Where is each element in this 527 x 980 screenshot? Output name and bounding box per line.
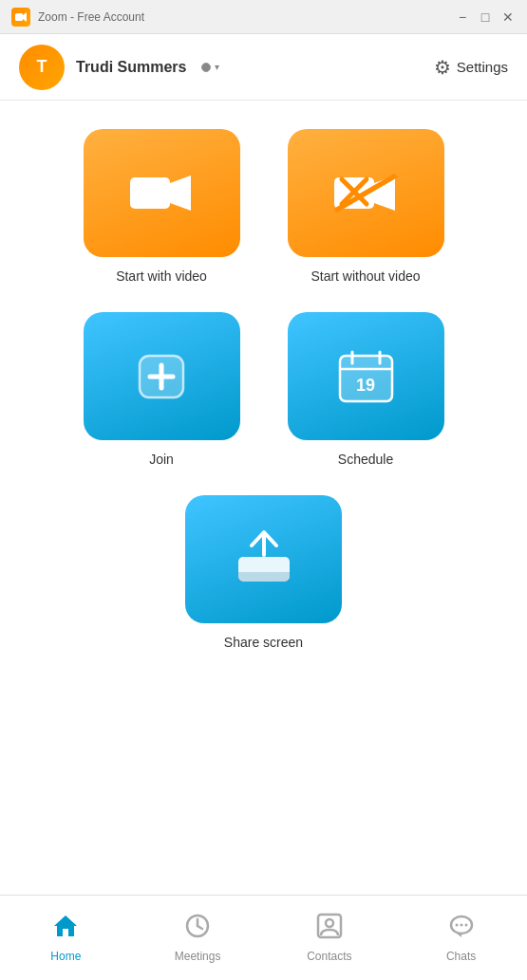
buttons-grid: Start with video Start without video <box>84 129 444 467</box>
main-content: Start with video Start without video <box>0 101 527 895</box>
nav-chats-label: Chats <box>446 950 476 963</box>
svg-point-26 <box>326 919 333 927</box>
nav-item-home[interactable]: Home <box>0 905 132 971</box>
avatar: T <box>19 45 65 90</box>
svg-text:19: 19 <box>355 376 374 395</box>
svg-point-29 <box>460 924 462 927</box>
start-with-video-item[interactable]: Start with video <box>84 129 240 284</box>
start-without-video-button[interactable] <box>288 129 444 257</box>
start-without-video-item[interactable]: Start without video <box>288 129 444 284</box>
join-button[interactable] <box>84 312 240 440</box>
title-bar-text: Zoom - Free Account <box>38 10 144 24</box>
schedule-button[interactable]: 19 <box>288 312 444 440</box>
schedule-item[interactable]: 19 Schedule <box>288 312 444 467</box>
svg-rect-2 <box>130 177 170 209</box>
video-off-icon <box>332 172 399 214</box>
bottom-nav: Home Meetings Contacts <box>0 895 527 980</box>
title-bar-left: Zoom - Free Account <box>11 8 144 27</box>
join-plus-icon <box>128 348 195 405</box>
svg-rect-20 <box>238 572 290 582</box>
status-indicator[interactable]: ▾ <box>201 62 219 72</box>
close-button[interactable]: ✕ <box>500 9 516 25</box>
meetings-icon <box>184 913 211 946</box>
svg-rect-0 <box>15 13 23 21</box>
share-screen-row: Share screen <box>185 495 342 650</box>
settings-label: Settings <box>457 59 508 75</box>
maximize-button[interactable]: □ <box>478 9 493 25</box>
status-dot <box>201 63 211 72</box>
start-with-video-button[interactable] <box>84 129 240 257</box>
svg-point-30 <box>464 924 467 927</box>
nav-meetings-label: Meetings <box>175 950 221 963</box>
calendar-icon: 19 <box>335 348 397 405</box>
svg-marker-21 <box>54 915 77 936</box>
title-bar-controls[interactable]: − □ ✕ <box>455 9 516 25</box>
start-with-video-label: Start with video <box>116 268 207 284</box>
nav-item-meetings[interactable]: Meetings <box>132 905 264 971</box>
settings-button[interactable]: ⚙ Settings <box>434 56 508 79</box>
nav-item-chats[interactable]: Chats <box>395 905 527 971</box>
minimize-button[interactable]: − <box>455 9 470 25</box>
nav-item-contacts[interactable]: Contacts <box>264 905 396 971</box>
start-without-video-label: Start without video <box>311 268 420 284</box>
profile-name: Trudi Summers <box>76 59 186 76</box>
svg-point-28 <box>455 924 458 927</box>
nav-home-label: Home <box>50 950 81 963</box>
share-screen-icon <box>231 528 297 590</box>
schedule-label: Schedule <box>338 452 393 467</box>
svg-marker-3 <box>170 176 191 211</box>
home-icon <box>52 913 79 946</box>
join-label: Join <box>149 452 174 467</box>
nav-contacts-label: Contacts <box>307 950 351 963</box>
share-screen-label: Share screen <box>224 635 303 650</box>
share-screen-button[interactable] <box>185 495 342 623</box>
gear-icon: ⚙ <box>434 56 451 79</box>
title-bar: Zoom - Free Account − □ ✕ <box>0 0 527 34</box>
header: T Trudi Summers ▾ ⚙ Settings <box>0 34 527 101</box>
app-logo-icon <box>11 8 30 27</box>
svg-line-24 <box>198 926 202 929</box>
status-dropdown-arrow: ▾ <box>215 62 219 72</box>
chats-icon <box>448 913 475 946</box>
profile-section: T Trudi Summers ▾ <box>19 45 219 90</box>
join-item[interactable]: Join <box>84 312 240 467</box>
contacts-icon <box>316 913 343 946</box>
video-on-icon <box>128 172 195 214</box>
svg-marker-1 <box>23 12 27 22</box>
